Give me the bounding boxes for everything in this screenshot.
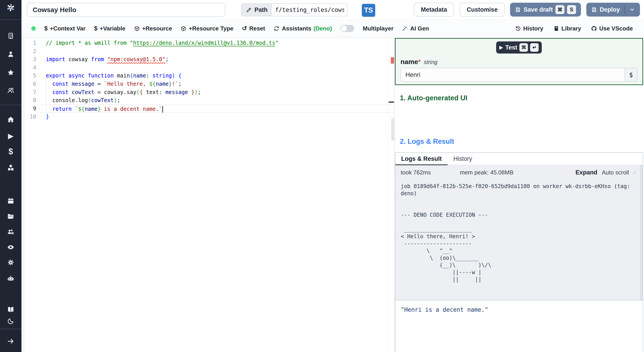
script-title-input[interactable] — [27, 3, 226, 17]
line-number: 9 — [22, 105, 40, 113]
reset-button[interactable]: ↺ Reset — [242, 25, 265, 32]
deploy-button[interactable]: Deploy — [586, 3, 640, 17]
history-clock-icon — [515, 26, 521, 32]
variables-dollar-icon[interactable]: $ — [6, 147, 16, 156]
code-line[interactable]: console.log(cowText); — [40, 96, 394, 105]
sidebar-divider — [0, 20, 22, 20]
runs-play-icon[interactable]: ▶ — [6, 131, 16, 141]
code-line[interactable]: const cowText = cowsay.say({ text: messa… — [40, 88, 394, 96]
toolbar-left: $ +Context Var $ +Variable +Resource +Re… — [31, 25, 515, 32]
sidebar: ▶ $ — [0, 0, 22, 352]
field-type-label: string — [424, 59, 438, 65]
path-button[interactable]: Path — [242, 4, 272, 16]
line-number: 7 — [22, 88, 40, 96]
tab-history[interactable]: History — [448, 153, 478, 165]
field-name: name — [400, 58, 418, 65]
use-vscode-button[interactable]: Use VScode — [591, 25, 633, 32]
user-icon[interactable] — [6, 49, 16, 59]
code-editor[interactable]: 12345678910 // import * as wmill from "h… — [22, 38, 394, 352]
tab-logs-result[interactable]: Logs & Result — [395, 153, 448, 165]
check-icon: ✓ — [632, 169, 637, 176]
favorites-star-icon[interactable] — [6, 68, 16, 77]
multiplayer-toggle[interactable] — [340, 25, 354, 32]
add-context-var-label: +Context Var — [50, 25, 86, 32]
expand-sidebar-arrow-icon[interactable] — [6, 336, 16, 346]
code-line[interactable]: // import * as wmill from "https://deno.… — [40, 39, 394, 47]
text-cursor — [162, 106, 163, 113]
editor-gutter: 12345678910 — [22, 39, 40, 121]
code-line[interactable]: const message = `Hello there, ${name}!`; — [40, 80, 394, 88]
kbd-cmd: ⌘ — [520, 43, 528, 52]
multiplayer-label: Multiplayer — [363, 25, 393, 32]
add-variable-label: +Variable — [100, 25, 126, 32]
editor-toolbar: $ +Context Var $ +Variable +Resource +Re… — [22, 20, 644, 38]
header-actions: Metadata Customise Save draft ⌘ S Deploy — [414, 3, 640, 17]
path-label: Path — [254, 7, 268, 14]
top-header: Path TS Metadata Customise Save draft ⌘ … — [22, 0, 644, 20]
editor-lines[interactable]: // import * as wmill from "https://deno.… — [40, 39, 394, 121]
section-heading-logs-result: 2. Logs & Result — [400, 137, 454, 145]
history-button[interactable]: History — [515, 25, 544, 32]
save-draft-button[interactable]: Save draft ⌘ S — [510, 3, 581, 17]
expand-button[interactable]: Expand — [576, 169, 598, 176]
kbd-cmd: ⌘ — [556, 5, 564, 14]
line-number: 10 — [22, 113, 40, 121]
members-users-icon[interactable] — [6, 86, 16, 95]
customise-button[interactable]: Customise — [460, 3, 505, 17]
editor-scrollbar-thumb[interactable] — [391, 118, 394, 141]
log-scrollbar[interactable] — [640, 165, 643, 300]
library-label: Library — [562, 25, 581, 32]
add-context-var-button[interactable]: $ +Context Var — [44, 25, 86, 32]
add-resource-type-label: +Resource Type — [189, 25, 234, 32]
line-number: 1 — [22, 39, 40, 47]
auto-scroll-toggle[interactable]: Auto scroll ✓ — [602, 169, 637, 176]
library-button[interactable]: Library — [553, 25, 581, 32]
pencil-icon — [246, 7, 252, 13]
resources-cubes-icon[interactable] — [6, 163, 16, 173]
code-line[interactable]: return `${name} is a decent name.` — [40, 105, 394, 113]
add-resource-type-button[interactable]: +Resource Type — [180, 25, 234, 32]
log-status-bar: took 762ms mem peak: 45.08MB Expand Auto… — [395, 165, 643, 180]
section-heading-auto-ui: 1. Auto-generated UI — [400, 94, 467, 102]
insert-variable-button[interactable]: $ — [624, 68, 638, 82]
typescript-badge: TS — [362, 4, 375, 17]
metadata-button[interactable]: Metadata — [414, 3, 454, 17]
deploy-separator — [624, 5, 625, 14]
docs-book-icon[interactable] — [6, 304, 16, 314]
workspace-building-icon[interactable] — [6, 31, 16, 41]
settings-gear-icon[interactable] — [6, 258, 16, 267]
required-marker: * — [418, 58, 420, 65]
book-icon — [553, 26, 559, 32]
auto-scroll-label: Auto scroll — [602, 169, 629, 176]
job-log-output: job 0189d64f-812b-525e-f020-652bd9da1100… — [395, 180, 643, 300]
chevron-down-icon[interactable] — [629, 7, 635, 13]
code-line[interactable] — [40, 64, 394, 72]
name-field-input[interactable] — [400, 68, 624, 82]
code-line[interactable] — [40, 47, 394, 56]
add-resource-button[interactable]: +Resource — [134, 25, 172, 32]
schedules-calendar-icon[interactable] — [6, 196, 16, 206]
test-button[interactable]: ▶ Test ⌘ ↵ — [496, 41, 542, 54]
home-icon[interactable] — [6, 115, 16, 124]
groups-users-gear-icon[interactable] — [6, 227, 16, 237]
code-line[interactable]: export async function main(name: string)… — [40, 72, 394, 80]
assistants-button[interactable]: Assistants (Deno) — [274, 25, 332, 32]
overview-ruler[interactable] — [388, 38, 394, 352]
add-variable-button[interactable]: $ +Variable — [94, 25, 126, 32]
workers-robot-icon[interactable] — [6, 274, 16, 283]
line-number: 4 — [22, 64, 40, 72]
code-line[interactable]: import cowsay from "npm:cowsay@1.5.0"; — [40, 55, 394, 64]
line-number: 6 — [22, 80, 40, 88]
code-line[interactable]: } — [40, 113, 394, 121]
save-draft-label: Save draft — [524, 6, 553, 13]
ai-gen-button[interactable]: AI Gen — [402, 25, 429, 32]
logs-result-card: Logs & Result History took 762ms mem pea… — [395, 152, 643, 352]
history-label: History — [523, 25, 544, 32]
folders-icon[interactable] — [6, 211, 16, 221]
audit-eye-icon[interactable] — [6, 242, 16, 252]
path-input[interactable] — [272, 4, 347, 16]
windmill-logo-icon[interactable] — [6, 3, 16, 13]
error-marker — [391, 57, 394, 64]
dark-mode-moon-icon[interactable] — [6, 316, 16, 326]
assistants-label: Assistants — [282, 25, 311, 32]
